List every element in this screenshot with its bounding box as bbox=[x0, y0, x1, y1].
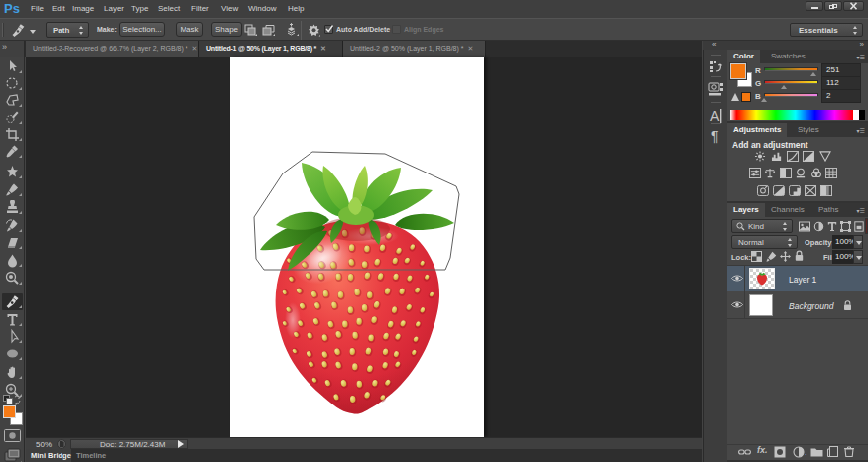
svg-text:A: A bbox=[710, 108, 720, 124]
svg-text:¶: ¶ bbox=[711, 128, 719, 144]
